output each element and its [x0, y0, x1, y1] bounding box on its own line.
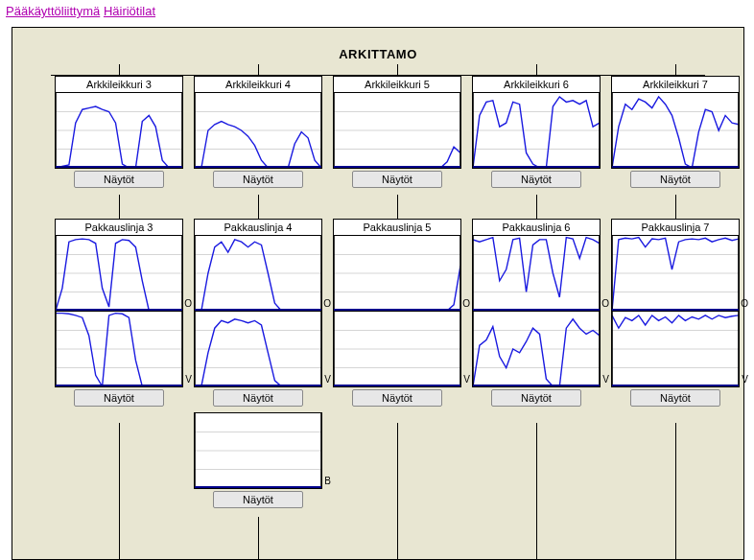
column: Arkkileikkuri 6 Näytöt Pakkauslinja 6 O …: [472, 76, 601, 412]
card-title: Pakkauslinja 7: [612, 220, 739, 236]
connector: [397, 64, 398, 76]
chart-card: Arkkileikkuri 3: [55, 76, 183, 169]
main-panel: ARKITTAMO Arkkileikkuri 3 Näytöt Pakkaus…: [12, 27, 744, 560]
show-button[interactable]: Näytöt: [213, 171, 303, 188]
show-button[interactable]: Näytöt: [352, 389, 442, 407]
card-title: Pakkauslinja 5: [334, 220, 460, 236]
chart: V: [334, 312, 460, 386]
show-button[interactable]: Näytöt: [491, 389, 581, 407]
chart-card: V: [194, 311, 322, 387]
chart: O: [195, 236, 321, 311]
chart-card: Pakkauslinja 5 O: [333, 219, 461, 312]
chart-card: Arkkileikkuri 4: [194, 76, 322, 169]
show-button[interactable]: Näytöt: [213, 389, 303, 407]
chart-card: V: [333, 311, 461, 387]
show-button[interactable]: Näytöt: [213, 491, 303, 508]
chart: O: [334, 236, 460, 311]
chart-card: Arkkileikkuri 7: [611, 76, 740, 169]
card-title: Arkkileikkuri 7: [612, 77, 739, 93]
axis-label: O: [601, 298, 609, 309]
column: Arkkileikkuri 3 Näytöt Pakkauslinja 3 O …: [55, 76, 183, 412]
show-button[interactable]: Näytöt: [630, 389, 720, 407]
chart: O: [473, 236, 600, 311]
axis-label: O: [741, 298, 748, 309]
connector: [397, 195, 398, 220]
chart-card: Pakkauslinja 7 O: [611, 219, 740, 312]
connector: [119, 64, 120, 76]
show-button[interactable]: Näytöt: [74, 389, 164, 407]
connector: [536, 423, 537, 560]
column: Arkkileikkuri 4 Näytöt Pakkauslinja 4 O …: [194, 76, 322, 514]
axis-label: V: [185, 374, 192, 385]
connector: [258, 195, 259, 220]
connector: [675, 64, 676, 76]
chart: O: [56, 236, 182, 311]
axis-label: O: [462, 298, 470, 309]
show-button[interactable]: Näytöt: [630, 171, 720, 188]
button-row: Näytöt: [333, 169, 461, 194]
button-row: Näytöt: [611, 387, 740, 412]
chart: O: [612, 236, 739, 311]
connector: [536, 64, 537, 76]
button-row: Näytöt: [472, 169, 601, 194]
button-row: Näytöt: [611, 169, 740, 194]
show-button[interactable]: Näytöt: [491, 171, 581, 188]
card-title: Pakkauslinja 4: [195, 220, 321, 236]
chart-grid: Arkkileikkuri 3 Näytöt Pakkauslinja 3 O …: [12, 76, 743, 540]
link-main-ui[interactable]: Pääkäyttöliittymä: [6, 4, 100, 18]
connector: [258, 64, 259, 76]
chart-card: V: [611, 311, 740, 387]
chart: [195, 93, 321, 168]
connector: [258, 517, 259, 560]
show-button[interactable]: Näytöt: [352, 171, 442, 188]
connector: [675, 423, 676, 560]
card-title: Pakkauslinja 3: [56, 220, 182, 236]
connector: [119, 195, 120, 220]
axis-label: V: [324, 374, 331, 385]
chart-card: V: [472, 311, 601, 387]
show-button[interactable]: Näytöt: [74, 171, 164, 188]
chart-card: Arkkileikkuri 5: [333, 76, 461, 169]
chart: B: [195, 413, 321, 488]
chart-card: Pakkauslinja 3 O: [55, 219, 183, 312]
chart-card: V: [55, 311, 183, 387]
page-title: ARKITTAMO: [12, 28, 743, 69]
card-title: Arkkileikkuri 6: [473, 77, 600, 93]
column: Arkkileikkuri 7 Näytöt Pakkauslinja 7 O …: [611, 76, 740, 412]
axis-label: V: [602, 374, 609, 385]
axis-label: B: [324, 476, 331, 486]
chart: V: [612, 312, 739, 386]
button-row: Näytöt: [194, 489, 322, 514]
chart: V: [56, 312, 182, 386]
button-row: Näytöt: [194, 169, 322, 194]
card-title: Arkkileikkuri 4: [195, 77, 321, 93]
chart-card: B: [194, 412, 322, 489]
button-row: Näytöt: [194, 387, 322, 412]
chart: V: [473, 312, 600, 386]
axis-label: V: [742, 374, 748, 385]
axis-label: O: [184, 298, 192, 309]
connector: [397, 423, 398, 560]
link-fault-states[interactable]: Häiriötilat: [104, 4, 155, 18]
chart: [56, 93, 182, 168]
card-title: Arkkileikkuri 5: [334, 77, 460, 93]
connector: [536, 195, 537, 220]
card-title: Arkkileikkuri 3: [56, 77, 182, 93]
chart: V: [195, 312, 321, 386]
axis-label: O: [323, 298, 331, 309]
connector: [675, 195, 676, 220]
chart: [473, 93, 600, 168]
connector: [119, 423, 120, 560]
chart-card: Pakkauslinja 4 O: [194, 219, 322, 312]
chart-card: Pakkauslinja 6 O: [472, 219, 601, 312]
button-row: Näytöt: [55, 387, 183, 412]
column: Arkkileikkuri 5 Näytöt Pakkauslinja 5 O …: [333, 76, 461, 412]
chart: [334, 93, 460, 168]
chart-card: Arkkileikkuri 6: [472, 76, 601, 169]
nav-links: Pääkäyttöliittymä Häiriötilat: [0, 0, 754, 22]
button-row: Näytöt: [55, 169, 183, 194]
card-title: Pakkauslinja 6: [473, 220, 600, 236]
chart: [612, 93, 739, 168]
button-row: Näytöt: [333, 387, 461, 412]
button-row: Näytöt: [472, 387, 601, 412]
